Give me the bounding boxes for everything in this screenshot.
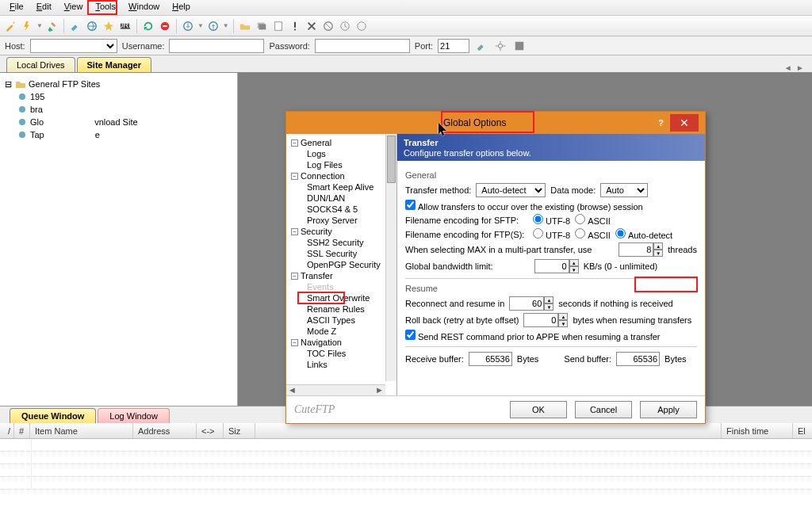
tab-site-manager[interactable]: Site Manager [77,57,151,72]
globe-icon[interactable] [354,19,369,33]
collapse-icon[interactable]: − [291,273,298,280]
connect-icon[interactable] [474,39,488,53]
collapse-icon[interactable]: − [291,339,298,346]
nav-logfiles[interactable]: Log Files [289,159,396,170]
close-button[interactable]: ✕ [670,114,699,132]
url-icon[interactable]: URL [118,19,132,33]
tab-queue-window[interactable]: Queue Window [10,408,96,423]
nav-ssh2[interactable]: SSH2 Security [289,237,396,248]
stack-icon[interactable] [255,19,269,33]
nav-smart[interactable]: Smart Overwrite [289,292,396,303]
tree-item-glo[interactable]: Glovnload Site [3,116,234,128]
nav-connection[interactable]: −Connection [289,170,396,181]
delete-icon[interactable] [304,19,319,33]
nav-proxy[interactable]: Proxy Server [289,215,396,226]
menu-edit[interactable]: Edit [30,0,58,15]
cancel-button[interactable]: Cancel [575,401,632,418]
tab-local-drives[interactable]: Local Drives [6,57,75,72]
col-finish[interactable]: Finish time [722,423,793,438]
rest-checkbox[interactable]: Send REST command prior to APPE when res… [405,330,661,342]
nav-modez[interactable]: Mode Z [289,326,396,337]
tree-item-195[interactable]: 195 [3,90,234,103]
nav-transfer[interactable]: −Transfer [289,270,396,281]
menu-file[interactable]: FFileile [3,0,30,15]
col-direction[interactable]: <-> [197,423,224,438]
nav-links[interactable]: Links [289,359,396,370]
password-field[interactable] [315,39,410,53]
col-hash[interactable]: # [14,423,30,438]
nav-toc[interactable]: TOC Files [289,348,396,359]
enc-ftps-ascii[interactable]: ASCII [575,228,611,240]
nav-events[interactable]: Events [289,281,396,292]
nav-logs[interactable]: Logs [289,148,396,159]
stop2-icon[interactable] [321,19,335,33]
nav-general[interactable]: −General [289,137,396,148]
tab-nav-arrows[interactable]: ◄ ► [784,63,804,72]
download-icon[interactable] [181,19,195,33]
col-address[interactable]: Address [133,423,197,438]
apply-button[interactable]: Apply [640,401,697,418]
clock-icon[interactable] [338,19,352,33]
bandwidth-spinner[interactable]: ▲▼ [534,259,579,273]
nav-hscroll[interactable]: ◄► [286,384,385,395]
nav-socks[interactable]: SOCKS4 & 5 [289,204,396,215]
collapse-icon[interactable]: − [291,139,298,147]
allow-browse-checkbox[interactable]: Allow transfers to occur over the existi… [405,200,643,212]
minus-icon[interactable]: ⊟ [3,79,13,89]
reconnect-spinner[interactable]: ▲▼ [509,296,553,311]
enc-sftp-ascii[interactable]: ASCII [575,214,611,226]
nav-pgp[interactable]: OpenPGP Security [289,259,396,270]
globe-sync-icon[interactable] [85,19,99,33]
host-field[interactable] [30,39,117,53]
nav-scrollbar[interactable] [385,134,396,381]
wand-icon[interactable] [3,19,17,33]
menu-tools[interactable]: Tools [89,0,122,15]
refresh-icon[interactable] [141,19,155,33]
menu-help[interactable]: Help [166,0,197,15]
data-mode-select[interactable]: Auto [600,183,648,197]
enc-ftps-utf8[interactable]: UTF-8 [533,228,570,240]
tab-log-window[interactable]: Log Window [98,408,170,423]
menu-window[interactable]: Window [122,0,166,15]
warn-icon[interactable] [288,19,302,33]
brush-icon[interactable] [68,19,82,33]
ok-button[interactable]: OK [510,401,567,418]
gear-icon[interactable] [493,39,508,53]
doc-icon[interactable] [271,19,285,33]
disk-icon[interactable] [512,39,527,53]
col-size[interactable]: Siz [224,423,255,438]
nav-ska[interactable]: Smart Keep Alive [289,181,396,193]
rollback-spinner[interactable]: ▲▼ [523,313,568,327]
recvbuf-field[interactable] [469,352,512,366]
tree-item-tap[interactable]: Tape [3,128,234,141]
col-item[interactable]: Item Name [30,423,133,438]
enc-ftps-auto[interactable]: Auto-detect [615,228,672,240]
collapse-icon[interactable]: − [291,173,298,180]
help-button[interactable]: ? [658,118,664,128]
nav-rename[interactable]: Rename Rules [289,303,396,315]
username-field[interactable] [169,39,264,53]
threads-spinner[interactable]: ▲▼ [619,242,663,257]
col-slash[interactable]: / [3,423,14,438]
tree-root[interactable]: ⊟ General FTP Sites [3,78,234,90]
tree-item-bra[interactable]: bra [3,103,234,116]
nav-security[interactable]: −Security [289,226,396,237]
stop-icon[interactable] [158,19,172,33]
nav-ssl[interactable]: SSL Security [289,248,396,259]
upload-icon[interactable] [206,19,220,33]
nav-dun[interactable]: DUN/LAN [289,193,396,204]
star-icon[interactable] [102,19,116,33]
new-folder-icon[interactable] [238,19,252,33]
col-el[interactable]: El [793,423,812,438]
lightning-icon[interactable] [20,19,34,33]
transfer-method-select[interactable]: Auto-detect [476,183,546,197]
pencil-icon[interactable] [45,19,59,33]
sendbuf-field[interactable] [616,352,660,366]
enc-sftp-utf8[interactable]: UTF-8 [533,214,570,226]
nav-navigation[interactable]: −Navigation [289,337,396,348]
nav-ascii[interactable]: ASCII Types [289,315,396,326]
dialog-titlebar[interactable]: Global Options ? ✕ [286,112,705,134]
menu-view[interactable]: View [58,0,90,15]
collapse-icon[interactable]: − [291,228,298,235]
port-field[interactable] [438,39,469,53]
